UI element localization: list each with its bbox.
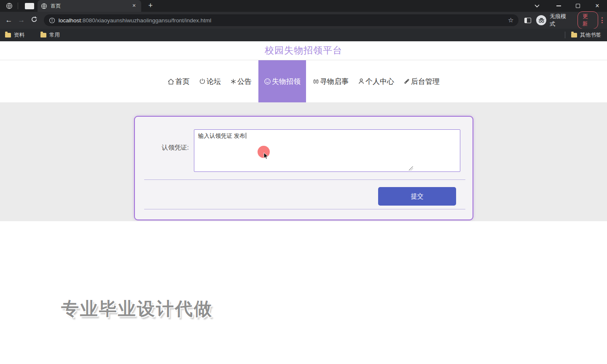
other-bookmarks[interactable]: 其他书签 <box>565 32 601 39</box>
binoculars-icon <box>313 78 319 85</box>
claim-form-panel: 认领凭证: 输入认领凭证 发布 提交 <box>134 116 473 220</box>
claim-voucher-textarea[interactable]: 输入认领凭证 发布 <box>194 129 460 172</box>
side-panel-icon[interactable] <box>524 18 531 23</box>
nav-item-forum[interactable]: 论坛 <box>199 60 221 103</box>
incognito-label: 无痕模式 <box>550 13 572 28</box>
resize-handle-icon[interactable] <box>409 166 413 171</box>
bookmark-star-icon[interactable]: ☆ <box>508 16 513 24</box>
info-icon[interactable] <box>49 17 55 24</box>
globe-favicon-icon <box>41 3 47 9</box>
new-tab-button[interactable]: + <box>145 0 156 12</box>
reload-icon[interactable] <box>28 16 40 25</box>
browser-toolbar: ← → localhost:8080/xiaoyaunshiwuzhaoling… <box>0 12 607 29</box>
nav-item-lost-item-notices[interactable]: 寻物启事 <box>313 60 349 103</box>
watermark-text: 专业毕业设计代做 <box>61 297 213 321</box>
nav-item-lost-and-found[interactable]: 失物招领 <box>258 60 306 103</box>
link-icon <box>403 78 410 85</box>
title-band: 校园失物招领平台 <box>0 41 607 60</box>
close-button[interactable]: × <box>588 0 607 12</box>
browser-tab[interactable]: 首页 × <box>38 0 141 12</box>
divider <box>144 179 465 180</box>
back-icon[interactable]: ← <box>3 16 15 24</box>
chevron-down-icon[interactable] <box>529 0 545 12</box>
tab-close-icon[interactable]: × <box>130 2 138 10</box>
submit-button[interactable]: 提交 <box>378 187 456 206</box>
person-icon <box>358 78 365 85</box>
divider <box>144 209 465 209</box>
browser-tab-strip: 首页 × + × <box>0 0 607 12</box>
text-caret <box>246 133 246 139</box>
minimize-button[interactable] <box>549 0 568 12</box>
power-icon <box>199 78 206 85</box>
forward-icon[interactable]: → <box>15 16 28 24</box>
bookmark-folder-ziliao[interactable]: 资料 <box>5 32 24 39</box>
web-page: 校园失物招领平台 首页 论坛 公告 失物招领 寻物启事 <box>0 41 607 364</box>
mouse-cursor-icon <box>263 153 269 162</box>
nav-item-home[interactable]: 首页 <box>167 60 190 103</box>
folder-icon <box>571 33 577 37</box>
url-text: localhost:8080/xiaoyaunshiwuzhaolinggans… <box>59 17 505 24</box>
folder-icon <box>5 33 11 37</box>
window-icon[interactable] <box>25 3 34 9</box>
main-nav: 首页 论坛 公告 失物招领 寻物启事 个人中心 <box>0 60 607 102</box>
menu-dots-icon[interactable] <box>602 17 603 23</box>
divider <box>18 3 18 9</box>
incognito-icon <box>536 15 546 25</box>
divider <box>565 32 565 38</box>
bookmarks-bar: 资料 常用 其他书签 <box>0 29 607 41</box>
update-button[interactable]: 更新 <box>577 11 598 29</box>
home-icon <box>167 78 175 85</box>
content-band: 认领凭证: 输入认领凭证 发布 提交 <box>0 102 607 221</box>
nav-item-personal-center[interactable]: 个人中心 <box>358 60 394 103</box>
page-title: 校园失物招领平台 <box>265 44 342 57</box>
maximize-button[interactable] <box>568 0 588 12</box>
nav-item-admin[interactable]: 后台管理 <box>403 60 440 103</box>
browser-logo-icon <box>6 3 13 9</box>
folder-icon <box>40 33 46 37</box>
address-bar[interactable]: localhost:8080/xiaoyaunshiwuzhaolinggans… <box>44 14 519 26</box>
tab-title: 首页 <box>51 3 130 10</box>
lower-body: 专业毕业设计代做 <box>0 221 607 364</box>
bookmark-folder-changyong[interactable]: 常用 <box>40 32 60 39</box>
claim-voucher-label: 认领凭证: <box>148 144 189 152</box>
incognito-indicator: 无痕模式 <box>536 13 576 28</box>
asterisk-icon <box>230 78 236 85</box>
nav-item-announcements[interactable]: 公告 <box>230 60 252 103</box>
smiley-icon <box>264 78 271 85</box>
